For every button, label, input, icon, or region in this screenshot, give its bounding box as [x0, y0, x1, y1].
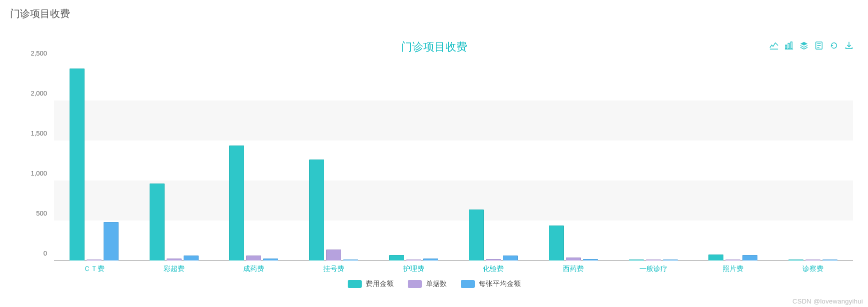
- chart-toolbox: [769, 40, 854, 50]
- bar[interactable]: [566, 258, 581, 260]
- chart-legend: 费用金额单据数每张平均金额: [10, 280, 858, 288]
- page-title: 门诊项目收费: [10, 8, 70, 19]
- bar-group: [134, 60, 214, 260]
- bars-area: [54, 60, 853, 260]
- legend-swatch: [348, 280, 362, 288]
- y-tick-label: 0: [17, 250, 47, 257]
- bar[interactable]: [708, 254, 723, 260]
- svg-rect-1: [788, 44, 789, 49]
- watermark: CSDN @lovewangyihui: [792, 298, 863, 305]
- bar[interactable]: [742, 255, 757, 260]
- restore-icon[interactable]: [829, 40, 839, 50]
- x-tick-label: 化验费: [454, 264, 534, 274]
- bar[interactable]: [389, 255, 404, 260]
- legend-swatch: [408, 280, 422, 288]
- y-tick-label: 500: [17, 210, 47, 217]
- stack-icon[interactable]: [799, 40, 809, 50]
- bar[interactable]: [423, 258, 438, 260]
- x-tick-label: ＣＴ费: [54, 264, 134, 274]
- chart-plot-area: 05001,0001,5002,0002,500 ＣＴ费彩超费成药费挂号费护理费…: [15, 60, 853, 260]
- y-tick-label: 1,500: [17, 130, 47, 137]
- x-tick-label: 彩超费: [134, 264, 214, 274]
- bar[interactable]: [646, 260, 661, 260]
- x-axis: ＣＴ费彩超费成药费挂号费护理费化验费西药费一般诊疗照片费诊察费: [54, 264, 853, 274]
- legend-item[interactable]: 单据数: [408, 280, 447, 288]
- bar[interactable]: [549, 226, 564, 260]
- bar[interactable]: [503, 256, 518, 260]
- legend-label: 单据数: [426, 280, 447, 288]
- bar[interactable]: [184, 256, 199, 260]
- x-tick-label: 西药费: [533, 264, 613, 274]
- bar[interactable]: [486, 259, 501, 260]
- data-view-icon[interactable]: [814, 40, 824, 50]
- bar[interactable]: [70, 68, 85, 260]
- x-tick-label: 一般诊疗: [613, 264, 693, 274]
- bar[interactable]: [788, 260, 803, 260]
- bar[interactable]: [309, 160, 324, 260]
- x-tick-label: 照片费: [693, 264, 773, 274]
- bar[interactable]: [406, 260, 421, 260]
- bar[interactable]: [469, 210, 484, 260]
- bar-group: [214, 60, 294, 260]
- download-icon[interactable]: [844, 40, 854, 50]
- bar-group: [294, 60, 374, 260]
- legend-item[interactable]: 每张平均金额: [461, 280, 521, 288]
- bar-group: [374, 60, 454, 260]
- bar[interactable]: [150, 184, 165, 260]
- y-tick-label: 2,000: [17, 90, 47, 97]
- bar[interactable]: [805, 260, 820, 260]
- legend-label: 费用金额: [366, 280, 394, 288]
- bar-group: [773, 60, 853, 260]
- bar[interactable]: [167, 258, 182, 260]
- legend-item[interactable]: 费用金额: [348, 280, 394, 288]
- legend-label: 每张平均金额: [479, 280, 521, 288]
- bar-group: [693, 60, 773, 260]
- bar-chart-icon[interactable]: [784, 40, 794, 50]
- x-tick-label: 成药费: [214, 264, 294, 274]
- legend-swatch: [461, 280, 475, 288]
- y-tick-label: 1,000: [17, 170, 47, 177]
- x-tick-label: 挂号费: [294, 264, 374, 274]
- dialog-header: 门诊项目收费: [0, 0, 868, 24]
- bar-group: [533, 60, 613, 260]
- bar[interactable]: [343, 260, 358, 260]
- bar-group: [613, 60, 693, 260]
- x-tick-label: 诊察费: [773, 264, 853, 274]
- bar[interactable]: [104, 222, 119, 260]
- x-tick-label: 护理费: [374, 264, 454, 274]
- bar[interactable]: [725, 260, 740, 260]
- bar[interactable]: [663, 260, 678, 260]
- bar-group: [454, 60, 534, 260]
- bar-group: [54, 60, 134, 260]
- bar[interactable]: [229, 146, 244, 260]
- y-tick-label: 2,500: [17, 50, 47, 57]
- chart-title: 门诊项目收费: [10, 24, 858, 58]
- bar[interactable]: [246, 256, 261, 260]
- y-axis: 05001,0001,5002,0002,500: [15, 60, 51, 260]
- line-chart-icon[interactable]: [769, 40, 779, 50]
- bar[interactable]: [822, 260, 837, 260]
- bar[interactable]: [629, 260, 644, 260]
- bar[interactable]: [263, 258, 278, 260]
- svg-rect-2: [791, 42, 792, 49]
- bar[interactable]: [87, 260, 102, 260]
- chart-container: 门诊项目收费 05001,0001,5002,0002,500 ＣＴ费彩超费成药…: [0, 24, 868, 288]
- svg-rect-0: [785, 45, 787, 48]
- bar[interactable]: [326, 250, 341, 260]
- bar[interactable]: [583, 259, 598, 260]
